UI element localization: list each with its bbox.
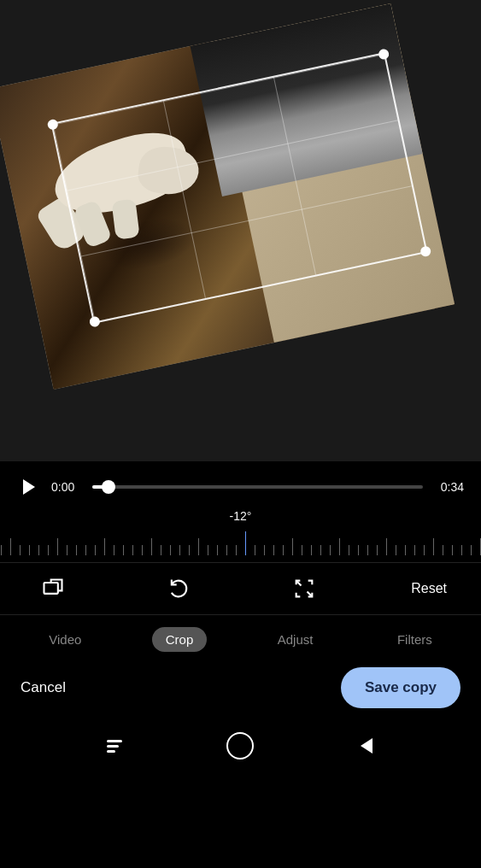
tab-video[interactable]: Video <box>35 627 95 652</box>
save-copy-button[interactable]: Save copy <box>341 667 460 708</box>
rotate-button[interactable] <box>160 570 197 607</box>
rotation-ruler[interactable] <box>0 528 481 555</box>
time-current: 0:00 <box>51 480 82 494</box>
recents-icon <box>107 740 122 753</box>
flip-icon <box>292 577 316 601</box>
tools-row: Reset <box>0 562 481 615</box>
aspect-ratio-button[interactable] <box>34 570 72 607</box>
home-icon <box>226 732 254 760</box>
reset-button[interactable]: Reset <box>411 581 447 596</box>
svg-rect-0 <box>44 583 58 594</box>
play-icon <box>23 479 35 495</box>
rotate-icon <box>167 577 191 601</box>
timeline-track[interactable] <box>92 485 423 489</box>
tab-filters[interactable]: Filters <box>384 627 446 652</box>
photo-canvas <box>0 0 481 461</box>
cancel-button[interactable]: Cancel <box>21 679 66 696</box>
flip-button[interactable] <box>285 570 323 607</box>
rotation-area: -12° <box>0 506 481 562</box>
tab-adjust[interactable]: Adjust <box>264 627 327 652</box>
system-nav-bar <box>0 722 481 773</box>
nav-home-button[interactable] <box>225 730 255 761</box>
play-button[interactable] <box>17 475 41 499</box>
ruler-ticks <box>0 528 481 555</box>
action-bar: Cancel Save copy <box>0 660 481 722</box>
timeline-thumb[interactable] <box>102 480 115 494</box>
aspect-ratio-icon <box>41 577 65 601</box>
nav-back-button[interactable] <box>351 730 382 761</box>
rotation-value: -12° <box>230 509 252 523</box>
back-icon <box>361 738 372 754</box>
playback-bar: 0:00 0:34 <box>0 461 481 506</box>
nav-recents-button[interactable] <box>99 730 130 761</box>
tab-bar: Video Crop Adjust Filters <box>0 615 481 660</box>
time-total: 0:34 <box>433 480 464 494</box>
tab-crop[interactable]: Crop <box>152 627 208 652</box>
